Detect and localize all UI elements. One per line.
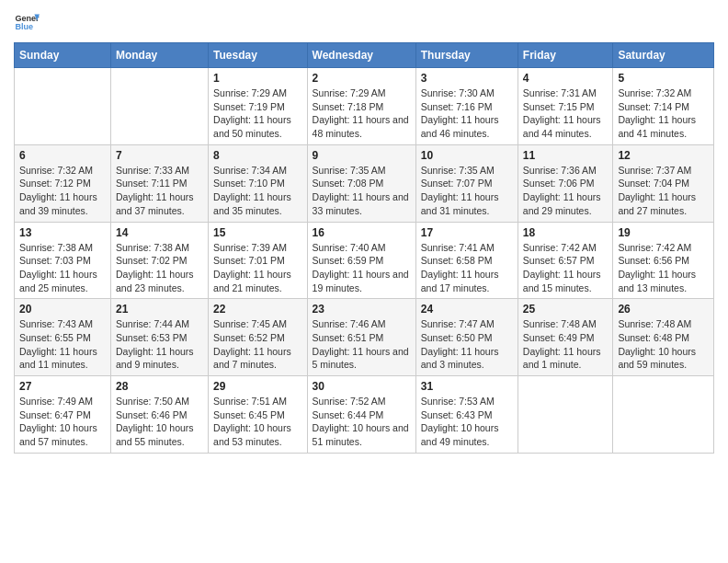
day-number: 26 bbox=[618, 303, 709, 316]
day-of-week-header: Saturday bbox=[613, 43, 714, 68]
day-info: Sunrise: 7:41 AM Sunset: 6:58 PM Dayligh… bbox=[421, 241, 513, 295]
calendar-cell: 28Sunrise: 7:50 AM Sunset: 6:46 PM Dayli… bbox=[110, 376, 208, 454]
calendar-week-row: 27Sunrise: 7:49 AM Sunset: 6:47 PM Dayli… bbox=[15, 376, 714, 454]
logo-icon: General Blue bbox=[14, 9, 40, 35]
day-number: 12 bbox=[618, 149, 709, 162]
calendar-cell: 3Sunrise: 7:30 AM Sunset: 7:16 PM Daylig… bbox=[415, 68, 518, 145]
day-info: Sunrise: 7:48 AM Sunset: 6:49 PM Dayligh… bbox=[523, 317, 609, 372]
logo: General Blue bbox=[14, 9, 40, 35]
day-number: 3 bbox=[421, 72, 513, 85]
calendar-cell bbox=[15, 68, 111, 145]
day-number: 2 bbox=[313, 72, 411, 85]
day-info: Sunrise: 7:42 AM Sunset: 6:56 PM Dayligh… bbox=[618, 241, 709, 295]
day-info: Sunrise: 7:32 AM Sunset: 7:12 PM Dayligh… bbox=[19, 164, 106, 218]
calendar-cell bbox=[110, 68, 208, 145]
calendar-cell: 22Sunrise: 7:45 AM Sunset: 6:52 PM Dayli… bbox=[209, 299, 308, 376]
calendar-week-row: 1Sunrise: 7:29 AM Sunset: 7:19 PM Daylig… bbox=[15, 68, 714, 145]
day-number: 21 bbox=[116, 303, 203, 316]
day-number: 10 bbox=[421, 149, 513, 162]
day-info: Sunrise: 7:39 AM Sunset: 7:01 PM Dayligh… bbox=[213, 241, 302, 295]
day-info: Sunrise: 7:35 AM Sunset: 7:08 PM Dayligh… bbox=[313, 164, 411, 218]
day-info: Sunrise: 7:38 AM Sunset: 7:02 PM Dayligh… bbox=[116, 241, 203, 295]
day-number: 13 bbox=[19, 226, 106, 239]
day-of-week-header: Tuesday bbox=[209, 43, 308, 68]
day-number: 31 bbox=[421, 380, 513, 393]
day-info: Sunrise: 7:29 AM Sunset: 7:19 PM Dayligh… bbox=[213, 86, 302, 141]
day-info: Sunrise: 7:42 AM Sunset: 6:57 PM Dayligh… bbox=[523, 241, 609, 295]
day-info: Sunrise: 7:40 AM Sunset: 6:59 PM Dayligh… bbox=[313, 241, 411, 295]
day-of-week-header: Sunday bbox=[15, 43, 111, 68]
day-info: Sunrise: 7:30 AM Sunset: 7:16 PM Dayligh… bbox=[421, 86, 513, 141]
day-number: 20 bbox=[19, 303, 106, 316]
day-info: Sunrise: 7:51 AM Sunset: 6:45 PM Dayligh… bbox=[213, 395, 302, 449]
calendar-cell: 16Sunrise: 7:40 AM Sunset: 6:59 PM Dayli… bbox=[307, 222, 415, 299]
calendar-week-row: 6Sunrise: 7:32 AM Sunset: 7:12 PM Daylig… bbox=[15, 144, 714, 222]
calendar-cell: 6Sunrise: 7:32 AM Sunset: 7:12 PM Daylig… bbox=[15, 144, 111, 222]
calendar-cell bbox=[518, 376, 613, 454]
calendar-cell: 12Sunrise: 7:37 AM Sunset: 7:04 PM Dayli… bbox=[613, 144, 714, 222]
day-info: Sunrise: 7:47 AM Sunset: 6:50 PM Dayligh… bbox=[421, 317, 513, 372]
day-info: Sunrise: 7:37 AM Sunset: 7:04 PM Dayligh… bbox=[618, 164, 709, 218]
calendar-week-row: 13Sunrise: 7:38 AM Sunset: 7:03 PM Dayli… bbox=[15, 222, 714, 299]
day-number: 30 bbox=[313, 380, 411, 393]
day-number: 28 bbox=[116, 380, 203, 393]
day-number: 15 bbox=[213, 226, 302, 239]
day-number: 25 bbox=[523, 303, 609, 316]
day-of-week-header: Friday bbox=[518, 43, 613, 68]
day-number: 23 bbox=[313, 303, 411, 316]
day-number: 29 bbox=[213, 380, 302, 393]
day-info: Sunrise: 7:53 AM Sunset: 6:43 PM Dayligh… bbox=[421, 395, 513, 449]
day-number: 16 bbox=[313, 226, 411, 239]
calendar-cell: 26Sunrise: 7:48 AM Sunset: 6:48 PM Dayli… bbox=[613, 299, 714, 376]
calendar-cell: 13Sunrise: 7:38 AM Sunset: 7:03 PM Dayli… bbox=[15, 222, 111, 299]
day-info: Sunrise: 7:35 AM Sunset: 7:07 PM Dayligh… bbox=[421, 164, 513, 218]
calendar-cell: 29Sunrise: 7:51 AM Sunset: 6:45 PM Dayli… bbox=[209, 376, 308, 454]
day-info: Sunrise: 7:48 AM Sunset: 6:48 PM Dayligh… bbox=[618, 317, 709, 372]
day-info: Sunrise: 7:49 AM Sunset: 6:47 PM Dayligh… bbox=[19, 395, 106, 449]
header: General Blue bbox=[14, 9, 714, 35]
day-number: 6 bbox=[19, 149, 106, 162]
day-info: Sunrise: 7:36 AM Sunset: 7:06 PM Dayligh… bbox=[523, 164, 609, 218]
calendar-cell: 27Sunrise: 7:49 AM Sunset: 6:47 PM Dayli… bbox=[15, 376, 111, 454]
day-number: 4 bbox=[523, 72, 609, 85]
calendar-week-row: 20Sunrise: 7:43 AM Sunset: 6:55 PM Dayli… bbox=[15, 299, 714, 376]
calendar-cell: 2Sunrise: 7:29 AM Sunset: 7:18 PM Daylig… bbox=[307, 68, 415, 145]
calendar-cell: 5Sunrise: 7:32 AM Sunset: 7:14 PM Daylig… bbox=[613, 68, 714, 145]
calendar-cell: 11Sunrise: 7:36 AM Sunset: 7:06 PM Dayli… bbox=[518, 144, 613, 222]
calendar-cell: 19Sunrise: 7:42 AM Sunset: 6:56 PM Dayli… bbox=[613, 222, 714, 299]
calendar-cell: 4Sunrise: 7:31 AM Sunset: 7:15 PM Daylig… bbox=[518, 68, 613, 145]
day-info: Sunrise: 7:52 AM Sunset: 6:44 PM Dayligh… bbox=[313, 395, 411, 449]
calendar-cell: 15Sunrise: 7:39 AM Sunset: 7:01 PM Dayli… bbox=[209, 222, 308, 299]
calendar-cell: 9Sunrise: 7:35 AM Sunset: 7:08 PM Daylig… bbox=[307, 144, 415, 222]
calendar-cell: 24Sunrise: 7:47 AM Sunset: 6:50 PM Dayli… bbox=[415, 299, 518, 376]
day-info: Sunrise: 7:29 AM Sunset: 7:18 PM Dayligh… bbox=[313, 86, 411, 141]
day-info: Sunrise: 7:43 AM Sunset: 6:55 PM Dayligh… bbox=[19, 317, 106, 372]
header-row: SundayMondayTuesdayWednesdayThursdayFrid… bbox=[15, 43, 714, 68]
day-info: Sunrise: 7:32 AM Sunset: 7:14 PM Dayligh… bbox=[618, 86, 709, 141]
day-info: Sunrise: 7:44 AM Sunset: 6:53 PM Dayligh… bbox=[116, 317, 203, 372]
day-of-week-header: Thursday bbox=[415, 43, 518, 68]
day-number: 14 bbox=[116, 226, 203, 239]
day-number: 17 bbox=[421, 226, 513, 239]
day-info: Sunrise: 7:33 AM Sunset: 7:11 PM Dayligh… bbox=[116, 164, 203, 218]
day-number: 22 bbox=[213, 303, 302, 316]
day-of-week-header: Monday bbox=[110, 43, 208, 68]
day-number: 19 bbox=[618, 226, 709, 239]
day-info: Sunrise: 7:34 AM Sunset: 7:10 PM Dayligh… bbox=[213, 164, 302, 218]
calendar-cell: 20Sunrise: 7:43 AM Sunset: 6:55 PM Dayli… bbox=[15, 299, 111, 376]
calendar-cell: 18Sunrise: 7:42 AM Sunset: 6:57 PM Dayli… bbox=[518, 222, 613, 299]
day-number: 11 bbox=[523, 149, 609, 162]
page-container: General Blue SundayMondayTuesdayWednesda… bbox=[0, 0, 728, 467]
day-number: 8 bbox=[213, 149, 302, 162]
calendar-cell: 17Sunrise: 7:41 AM Sunset: 6:58 PM Dayli… bbox=[415, 222, 518, 299]
day-info: Sunrise: 7:45 AM Sunset: 6:52 PM Dayligh… bbox=[213, 317, 302, 372]
day-number: 27 bbox=[19, 380, 106, 393]
calendar-cell: 23Sunrise: 7:46 AM Sunset: 6:51 PM Dayli… bbox=[307, 299, 415, 376]
calendar-cell: 10Sunrise: 7:35 AM Sunset: 7:07 PM Dayli… bbox=[415, 144, 518, 222]
calendar-cell: 1Sunrise: 7:29 AM Sunset: 7:19 PM Daylig… bbox=[209, 68, 308, 145]
day-info: Sunrise: 7:50 AM Sunset: 6:46 PM Dayligh… bbox=[116, 395, 203, 449]
calendar-cell: 8Sunrise: 7:34 AM Sunset: 7:10 PM Daylig… bbox=[209, 144, 308, 222]
calendar-cell: 14Sunrise: 7:38 AM Sunset: 7:02 PM Dayli… bbox=[110, 222, 208, 299]
calendar-cell: 7Sunrise: 7:33 AM Sunset: 7:11 PM Daylig… bbox=[110, 144, 208, 222]
calendar-cell: 21Sunrise: 7:44 AM Sunset: 6:53 PM Dayli… bbox=[110, 299, 208, 376]
